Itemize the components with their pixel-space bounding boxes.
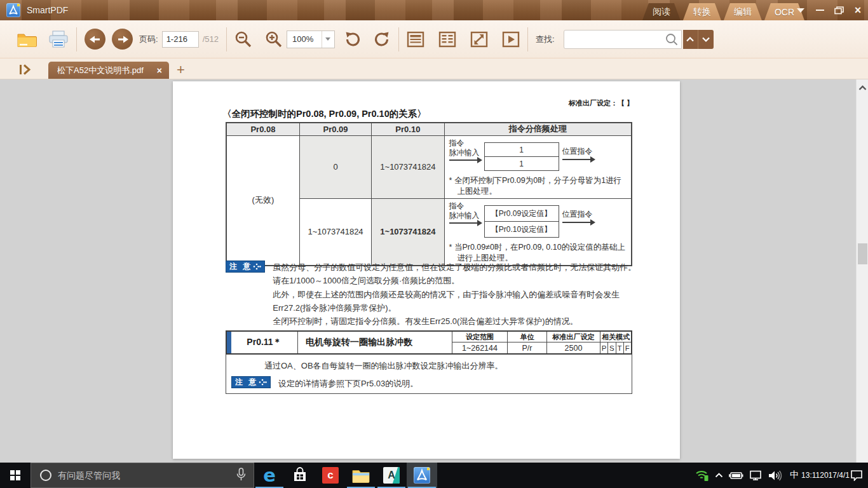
denominator: 【Pr0.10设定值】: [485, 222, 559, 237]
menu-dropdown-icon[interactable]: [796, 5, 806, 15]
close-button[interactable]: ×: [853, 5, 863, 15]
notice-badge-label: 注 意: [235, 377, 258, 388]
header-pr008: Pr0.08: [226, 123, 299, 135]
zoom-level-select[interactable]: 100%: [287, 30, 335, 48]
tab-close-icon[interactable]: ×: [155, 65, 164, 76]
vertical-scrollbar[interactable]: [856, 79, 868, 463]
rotate-cw-button[interactable]: [373, 30, 391, 48]
cell-process-r1: 指令 脉冲输入 1 1 位置指令 * 全闭环控制下Pr0: [444, 135, 632, 198]
taskbar-app-explorer[interactable]: [346, 463, 376, 488]
wifi-icon[interactable]: [695, 470, 709, 481]
parameter-spec-table: 设定范围 1~262144 单位 P/r 标准出厂设定 2500 相关模式 P …: [452, 332, 631, 353]
spec-range-label: 设定范围: [452, 332, 507, 342]
prev-page-button[interactable]: [85, 29, 105, 50]
mode-p: P: [600, 342, 607, 353]
network-icon[interactable]: [749, 470, 763, 480]
factory-setting-note: 标准出厂设定：【 】: [569, 98, 634, 108]
arrow-right-icon: [117, 35, 128, 44]
cell-pr010-r2: 1~1073741824: [372, 198, 444, 266]
find-input[interactable]: [564, 30, 682, 49]
parameter-header: Pr0.11＊ 电机每旋转一圈输出脉冲数 设定范围 1~262144 单位 P/…: [226, 330, 632, 355]
arrow-right-icon: [449, 159, 481, 161]
edge-icon: e: [263, 466, 276, 484]
expand-panel-icon: [19, 64, 32, 75]
cortana-icon: [40, 470, 51, 481]
next-page-button[interactable]: [112, 29, 133, 50]
zoom-out-icon: [234, 30, 252, 48]
pulse-diagram: 指令 脉冲输入 【Pr0.09设定值】 【Pr0.10设定值】 位置指令: [449, 201, 627, 238]
document-tabbar: 松下A52中文说明书.pdf × +: [0, 58, 868, 79]
expand-arrows-icon: [470, 31, 488, 48]
print-button[interactable]: [48, 30, 69, 48]
microphone-icon[interactable]: [236, 468, 246, 484]
printer-icon: [48, 30, 69, 48]
tab-edit-label: 编辑: [734, 6, 752, 18]
zoom-in-button[interactable]: [265, 30, 283, 48]
mode-t: T: [616, 342, 623, 353]
tab-convert[interactable]: 转换: [683, 3, 721, 20]
taskbar-search[interactable]: [31, 463, 254, 488]
diagram-output: 位置指令: [562, 139, 594, 160]
cell-pr010-r1: 1~1073741824: [372, 135, 444, 198]
scroll-up-icon[interactable]: [858, 82, 867, 93]
app-title: SmartPDF: [27, 5, 68, 15]
toolbar: 页码: /512 100% 查找:: [0, 20, 868, 58]
taskbar-app-red[interactable]: c: [315, 463, 346, 488]
find-next-button[interactable]: [698, 30, 714, 49]
ime-indicator[interactable]: 中: [788, 470, 801, 481]
taskbar-search-input[interactable]: [58, 470, 236, 480]
two-page-view-button[interactable]: [438, 31, 456, 48]
chevron-down-icon[interactable]: [322, 31, 334, 48]
restore-button[interactable]: [834, 5, 844, 15]
zoom-out-button[interactable]: [234, 30, 252, 48]
input-label-2: 脉冲输入: [449, 211, 481, 220]
chevron-up-icon: [686, 37, 694, 42]
minimize-button[interactable]: [815, 5, 825, 15]
presentation-button[interactable]: [502, 31, 520, 48]
taskbar-app-store[interactable]: [285, 463, 315, 488]
notice-line: 此外，即使在上述的范围内倍频还是较高的情况下，由于指令脉冲输入的偏差或噪音有时会…: [273, 288, 636, 301]
volume-icon[interactable]: [768, 470, 782, 481]
tab-edit[interactable]: 编辑: [724, 3, 762, 20]
cell-pr008: (无效): [226, 135, 299, 266]
new-tab-button[interactable]: +: [177, 64, 185, 76]
table-row: (无效) 0 1~1073741824 指令 脉冲输入 1 1: [226, 135, 632, 198]
diagram-input: 指令 脉冲输入: [449, 201, 481, 224]
start-button[interactable]: [0, 463, 31, 488]
scrollbar-thumb[interactable]: [858, 243, 867, 264]
page-number-input[interactable]: [162, 31, 199, 48]
sidebar-toggle-button[interactable]: [19, 64, 32, 75]
battery-icon[interactable]: [729, 471, 743, 480]
red-app-icon: c: [322, 467, 339, 484]
numerator: 1: [485, 143, 559, 157]
separator: [398, 27, 399, 51]
find-previous-button[interactable]: [683, 30, 698, 49]
tray-chevron-up-icon[interactable]: [715, 473, 723, 478]
action-center-icon[interactable]: [850, 470, 863, 481]
taskbar-app-edge[interactable]: e: [254, 463, 285, 488]
numerator: 【Pr0.09设定值】: [485, 206, 559, 222]
taskbar: e c A 中 13:11 2017/4/1: [0, 463, 868, 488]
parameter-name: 电机每旋转一圈输出脉冲数: [298, 332, 452, 353]
notice-badge: 注 意: [226, 261, 265, 273]
taskbar-clock[interactable]: 13:11 2017/4/1: [806, 471, 844, 480]
header-pr009: Pr0.09: [299, 123, 371, 135]
notice-badge: 注 意: [231, 376, 271, 388]
taskbar-app-smartpdf[interactable]: [407, 463, 437, 488]
pdf-page: 标准出厂设定：【 】 〈全闭环控制时的Pr0.08, Pr0.09, Pr0.1…: [173, 81, 680, 459]
document-tab[interactable]: 松下A52中文说明书.pdf ×: [48, 62, 169, 79]
fit-screen-button[interactable]: [470, 31, 488, 48]
cell-process-r2: 指令 脉冲输入 【Pr0.09设定值】 【Pr0.10设定值】 位置指令: [444, 198, 632, 266]
input-label-2: 脉冲输入: [449, 148, 481, 158]
notification-dot: [17, 4, 20, 6]
taskbar-app-autocad[interactable]: A: [376, 463, 407, 488]
parameter-description: 通过OA、OB各自每旋转一圈的输出脉冲数设定脉冲输出分辨率。: [264, 360, 503, 372]
document-viewport[interactable]: 标准出厂设定：【 】 〈全闭环控制时的Pr0.08, Pr0.09, Pr0.1…: [0, 79, 868, 463]
table-header-row: Pr0.08 Pr0.09 Pr0.10 指令分倍频处理: [226, 123, 632, 135]
open-file-button[interactable]: [17, 31, 37, 48]
spec-default-label: 标准出厂设定: [547, 332, 600, 342]
single-page-view-button[interactable]: [407, 31, 424, 48]
tab-read[interactable]: 阅读: [642, 3, 681, 20]
output-label: 位置指令: [562, 147, 594, 156]
rotate-ccw-button[interactable]: [344, 30, 362, 48]
